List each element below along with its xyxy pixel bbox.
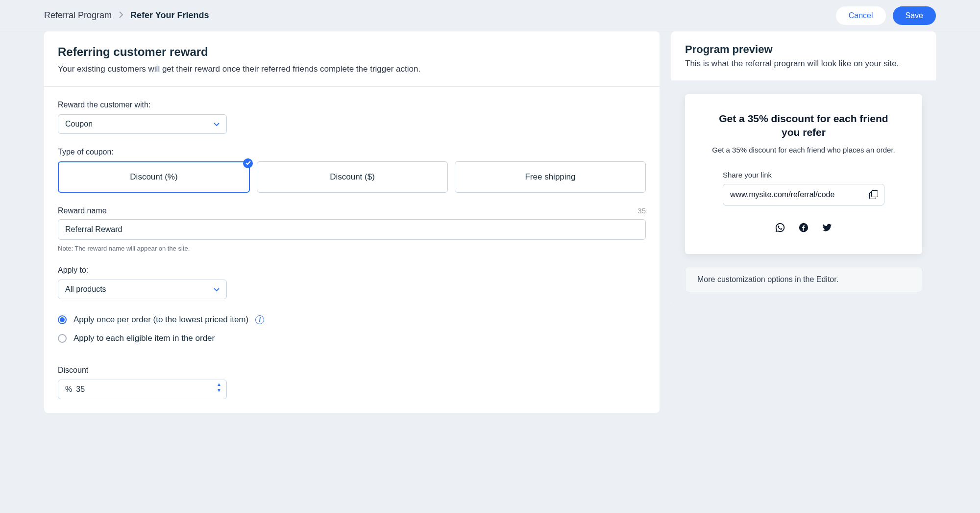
social-icons <box>701 222 906 234</box>
chevron-right-icon <box>119 10 123 21</box>
breadcrumb-root[interactable]: Referral Program <box>44 10 112 21</box>
coupon-type-free-shipping[interactable]: Free shipping <box>455 161 646 193</box>
preview-title: Program preview <box>685 43 922 56</box>
preview-card-title: Get a 35% discount for each friend you r… <box>715 112 892 140</box>
apply-mode-radio-group: Apply once per order (to the lowest pric… <box>58 315 646 343</box>
reward-with-select[interactable]: Coupon <box>58 114 227 134</box>
preview-card-subtitle: Get a 35% discount for each friend who p… <box>701 146 906 154</box>
reward-name-note: Note: The reward name will appear on the… <box>58 245 646 252</box>
twitter-icon[interactable] <box>822 222 833 234</box>
reward-name-label: Reward name <box>58 206 107 215</box>
facebook-icon[interactable] <box>798 222 809 234</box>
cancel-button[interactable]: Cancel <box>836 6 886 25</box>
share-block: Share your link www.mysite.com/referral/… <box>723 171 884 205</box>
section-header: Referring customer reward Your existing … <box>44 31 660 87</box>
discount-input[interactable]: % 35 ▲ ▼ <box>58 380 227 399</box>
chevron-down-icon <box>214 120 220 128</box>
coupon-type-amount[interactable]: Discount ($) <box>257 161 448 193</box>
apply-to-label: Apply to: <box>58 266 646 275</box>
check-badge-icon <box>243 158 253 168</box>
coupon-type-percent[interactable]: Discount (%) <box>58 161 250 193</box>
chevron-down-icon <box>214 285 220 294</box>
editor-note: More customization options in the Editor… <box>685 267 922 292</box>
reward-with-value: Coupon <box>65 120 93 128</box>
preview-panel: Program preview This is what the referra… <box>671 31 936 306</box>
reward-name-input[interactable] <box>58 219 646 240</box>
save-button[interactable]: Save <box>893 6 936 25</box>
copy-icon[interactable] <box>869 190 878 199</box>
workspace: Referring customer reward Your existing … <box>0 31 980 433</box>
stepper-icon[interactable]: ▲ ▼ <box>217 382 221 393</box>
section-description: Your existing customers will get their r… <box>58 63 646 76</box>
preview-stage: Get a 35% discount for each friend you r… <box>671 80 936 306</box>
apply-to-select[interactable]: All products <box>58 280 227 299</box>
preview-header: Program preview This is what the referra… <box>671 31 936 80</box>
discount-unit: % <box>65 385 72 394</box>
whatsapp-icon[interactable] <box>775 222 785 234</box>
breadcrumb: Referral Program Refer Your Friends <box>44 10 209 21</box>
coupon-type-group: Discount (%) Discount ($) Free shipping <box>58 161 646 193</box>
radio-once-label: Apply once per order (to the lowest pric… <box>74 315 248 325</box>
reward-name-counter: 35 <box>637 206 646 215</box>
radio-each-item-label: Apply to each eligible item in the order <box>74 333 215 343</box>
radio-off-icon <box>58 334 67 343</box>
coupon-type-percent-label: Discount (%) <box>130 172 177 182</box>
reward-with-label: Reward the customer with: <box>58 101 646 109</box>
section-body: Reward the customer with: Coupon Type of… <box>44 87 660 413</box>
topbar: Referral Program Refer Your Friends Canc… <box>0 0 980 31</box>
stepper-up-icon[interactable]: ▲ <box>217 382 221 387</box>
preview-card: Get a 35% discount for each friend you r… <box>685 94 922 254</box>
discount-label: Discount <box>58 366 646 375</box>
section-title: Referring customer reward <box>58 45 646 59</box>
coupon-type-free-shipping-label: Free shipping <box>525 172 575 182</box>
breadcrumb-current: Refer Your Friends <box>130 10 209 21</box>
radio-each-item[interactable]: Apply to each eligible item in the order <box>58 333 646 343</box>
main-panel: Referring customer reward Your existing … <box>44 31 660 413</box>
coupon-type-amount-label: Discount ($) <box>330 172 375 182</box>
apply-to-value: All products <box>65 285 106 294</box>
radio-on-icon <box>58 315 67 324</box>
share-url: www.mysite.com/referral/code <box>730 190 834 199</box>
coupon-type-label: Type of coupon: <box>58 148 646 156</box>
discount-value: 35 <box>76 385 85 394</box>
radio-once-per-order[interactable]: Apply once per order (to the lowest pric… <box>58 315 646 325</box>
info-icon[interactable]: i <box>255 315 264 324</box>
share-label: Share your link <box>723 171 884 179</box>
share-link-field[interactable]: www.mysite.com/referral/code <box>723 184 884 205</box>
stepper-down-icon[interactable]: ▼ <box>217 388 221 393</box>
preview-description: This is what the referral program will l… <box>685 59 922 69</box>
topbar-actions: Cancel Save <box>836 6 936 25</box>
